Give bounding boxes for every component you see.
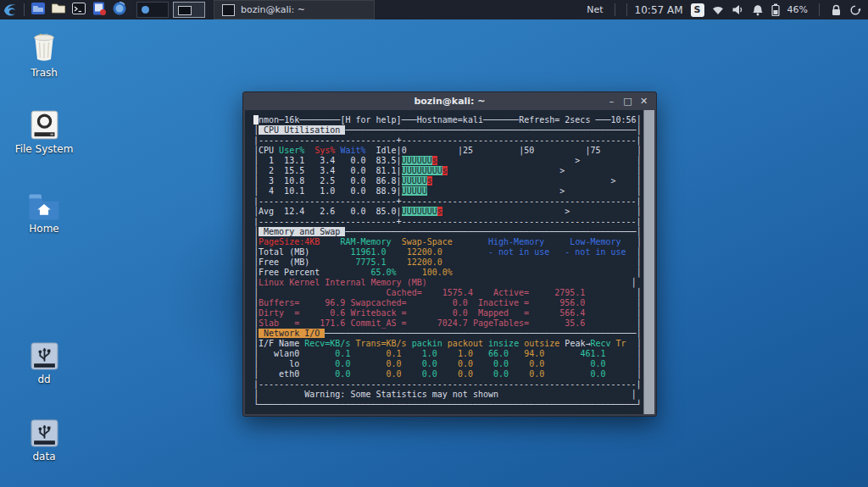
terminal-line: │Free (MB) 7775.1 12200.0 │ [253,257,643,268]
terminal-line: │ Warning: Some Statistics may not shown… [253,390,643,400]
file-manager-launcher[interactable] [28,0,48,19]
terminal-line: │ 4 10.1 1.0 0.0 88.9|UUUUU > │ [253,186,643,196]
drive-icon [8,107,80,141]
status-separator-2 [626,3,627,16]
terminal-line: |---------------------------+-----------… [253,136,643,146]
terminal-line: │Free Percent 65.0% 100.0% │ [253,268,643,278]
window-title: bozin@kali: ~ [243,96,656,107]
terminal-line: │Avg 12.4 2.6 0.0 85.0|UUUUUUUs > │ [253,207,643,217]
terminal-line: ┌nmon─16k────────[H for help]───Hostname… [253,115,643,125]
desktop-icon-data[interactable]: data [8,414,80,462]
logout-icon[interactable] [849,4,861,16]
terminal-line: │ 2 15.5 3.4 0.0 81.1|UUUUUUUUs > │ [253,166,643,176]
terminal-line: │ 1 13.1 3.4 0.0 83.5|UUUUUUs > │ [253,156,643,166]
kali-logo-icon [3,1,19,19]
desktop-icon-label: File System [8,143,80,155]
status-tray: Net 10:57 AM S 46% [587,3,868,17]
desktop-icon-file-system[interactable]: File System [8,107,80,155]
trash-icon [8,30,80,64]
terminal-line: │ CPU Utilisation ──────────────────────… [253,125,643,136]
status-separator-3 [819,3,820,16]
file-manager-icon [31,1,46,19]
folder-icon [51,1,66,19]
battery-icon[interactable] [771,3,780,16]
text-editor-icon [92,1,107,19]
terminal-line: │ Memory and Swap ──────────────────────… [253,227,643,237]
wifi-icon[interactable] [712,5,724,15]
desktop-icon-label: Trash [8,67,80,79]
desktop-icon-home[interactable]: Home [8,186,80,235]
clock[interactable]: 10:57 AM [635,4,683,16]
taskbar-window-button[interactable]: bozin@kali: ~ [214,0,375,19]
desktop-icon-dd[interactable]: dd [8,337,80,385]
network-label[interactable]: Net [587,4,603,15]
panel-separator [24,3,25,16]
terminal-line: │Linux Kernel Internal Memory (MB) │ [253,278,643,288]
workspace-2-window-preview [178,6,192,15]
terminal-window-icon [222,4,235,16]
terminal-launcher[interactable] [69,0,89,19]
terminal-line: │Total (MB) 11961.0 12200.0 - not in use… [253,247,643,257]
terminal-line: │ 3 10.8 2.5 0.0 86.8|UUUUUs > │ [253,176,643,186]
terminal-line: │Buffers= 96.9 Swapcached= 0.0 Inactive … [253,298,643,308]
window-controls: – □ ✕ [606,92,656,110]
lock-icon[interactable] [831,4,842,16]
terminal-line: │ lo 0.0 0.0 0.0 0.0 0.0 0.0 0.0 │ [253,359,643,369]
kali-menu-button[interactable] [0,0,20,19]
top-panel: bozin@kali: ~ Net 10:57 AM S 46% [0,0,868,19]
maximize-button[interactable]: □ [622,92,633,110]
terminal-line: │ wlan0 0.1 0.1 1.0 1.0 66.0 94.0 461.1 … [253,349,643,359]
workspace-1-window-preview [142,6,149,14]
status-separator [615,3,615,16]
tray-app-badge[interactable]: S [691,3,704,17]
terminal-line: │ eth0 0.0 0.0 0.0 0.0 0.0 0.0 0.0 │ [253,369,643,379]
browser-launcher[interactable] [109,0,130,19]
terminal-icon [71,1,86,19]
workspace-1[interactable] [136,2,169,18]
window-titlebar[interactable]: bozin@kali: ~ – □ ✕ [243,92,656,110]
home-folder-icon [8,186,80,220]
terminal-line: │PageSize:4KB RAM-Memory Swap-Space High… [253,237,643,247]
terminal-line: │ Cached= 1575.4 Active= 2795.1 │ [253,288,643,298]
terminal-line: |---------------------------+-----------… [253,196,643,207]
taskbar-window-label: bozin@kali: ~ [241,4,305,15]
terminal-line: └───────────────────────────────────────… [253,400,643,410]
terminal-line: │CPU User% Sys% Wait% Idle|0 |25 |50 |75… [253,146,643,156]
terminal-scrollbar[interactable] [643,110,654,414]
battery-percent: 46% [787,4,808,15]
terminal-text: ┌nmon─16k────────[H for help]───Hostname… [245,110,643,414]
folder-launcher[interactable] [48,0,69,19]
browser-icon [112,1,127,19]
volume-icon[interactable] [732,4,744,15]
workspace-pager [136,2,205,18]
terminal-line: |---------------------------+-----------… [253,217,643,227]
terminal-line: │ Network I/O ──────────────────────────… [253,329,643,339]
text-editor-launcher[interactable] [89,0,109,19]
workspace-2[interactable] [173,2,205,18]
notifications-icon[interactable] [752,4,764,16]
usb-drive-icon [8,337,80,371]
close-button[interactable]: ✕ [638,92,649,110]
desktop-icon-label: data [8,451,80,462]
desktop-icon-trash[interactable]: Trash [8,30,80,79]
terminal-window: bozin@kali: ~ – □ ✕ ┌nmon─16k────────[H … [242,91,657,417]
terminal-line: │I/F Name Recv=KB/s Trans=KB/s packin pa… [253,339,643,349]
terminal-line: |---------------------------------------… [253,379,643,390]
minimize-button[interactable]: – [606,92,617,110]
terminal-line: │Dirty = 0.6 Writeback = 0.0 Mapped = 56… [253,308,643,318]
terminal-line: │Slab = 171.6 Commit_AS = 7024.7 PageTab… [253,318,643,329]
desktop-icon-label: Home [8,223,80,235]
usb-drive-icon [8,414,80,448]
terminal-body[interactable]: ┌nmon─16k────────[H for help]───Hostname… [245,110,654,414]
desktop-icon-label: dd [8,374,80,385]
